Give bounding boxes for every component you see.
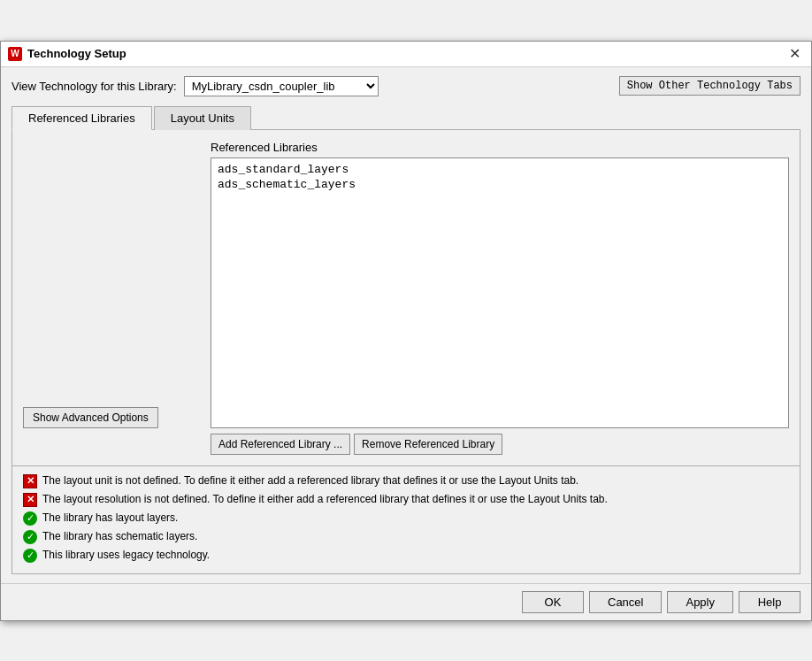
list-item[interactable]: ads_standard_layers bbox=[215, 162, 785, 177]
main-panel: Show Advanced Options Referenced Librari… bbox=[11, 130, 801, 466]
title-bar: W Technology Setup ✕ bbox=[1, 42, 811, 67]
status-item-4: ✓ The library has schematic layers. bbox=[23, 529, 789, 544]
ref-lib-listbox[interactable]: ads_standard_layers ads_schematic_layers bbox=[211, 158, 789, 428]
show-other-tabs-button[interactable]: Show Other Technology Tabs bbox=[619, 76, 801, 96]
ok-icon-5: ✓ bbox=[23, 549, 37, 563]
cancel-button[interactable]: Cancel bbox=[589, 591, 662, 613]
status-text-1: The layout unit is not defined. To defin… bbox=[42, 473, 578, 488]
status-item-1: ✕ The layout unit is not defined. To def… bbox=[23, 473, 789, 488]
ok-button[interactable]: OK bbox=[522, 591, 584, 613]
technology-setup-window: W Technology Setup ✕ View Technology for… bbox=[0, 41, 812, 621]
error-icon-2: ✕ bbox=[23, 493, 37, 507]
ref-lib-label: Referenced Libraries bbox=[211, 141, 789, 154]
status-text-2: The layout resolution is not defined. To… bbox=[42, 492, 608, 507]
ok-icon-3: ✓ bbox=[23, 511, 37, 526]
remove-referenced-library-button[interactable]: Remove Referenced Library bbox=[354, 434, 502, 455]
close-button[interactable]: ✕ bbox=[785, 47, 804, 61]
list-item[interactable]: ads_schematic_layers bbox=[215, 177, 785, 192]
status-text-5: This library uses legacy technology. bbox=[42, 548, 210, 563]
error-icon-1: ✕ bbox=[23, 474, 37, 488]
status-item-3: ✓ The library has layout layers. bbox=[23, 511, 789, 526]
show-advanced-options-button[interactable]: Show Advanced Options bbox=[23, 407, 158, 428]
status-text-3: The library has layout layers. bbox=[42, 511, 178, 526]
content-area: View Technology for this Library: MyLibr… bbox=[1, 67, 811, 583]
help-button[interactable]: Help bbox=[739, 591, 801, 613]
library-select[interactable]: MyLibrary_csdn_coupler_lib bbox=[184, 76, 379, 96]
left-panel: Show Advanced Options bbox=[23, 141, 200, 455]
title-bar-left: W Technology Setup bbox=[8, 47, 126, 61]
right-panel: Referenced Libraries ads_standard_layers… bbox=[211, 141, 789, 455]
apply-button[interactable]: Apply bbox=[667, 591, 733, 613]
tab-layout-units[interactable]: Layout Units bbox=[154, 106, 251, 130]
tab-bar: Referenced Libraries Layout Units bbox=[11, 105, 801, 130]
library-row: View Technology for this Library: MyLibr… bbox=[11, 76, 801, 96]
ok-icon-4: ✓ bbox=[23, 530, 37, 544]
status-item-5: ✓ This library uses legacy technology. bbox=[23, 548, 789, 563]
library-label: View Technology for this Library: bbox=[11, 80, 177, 93]
add-referenced-library-button[interactable]: Add Referenced Library ... bbox=[211, 434, 350, 455]
ref-lib-buttons: Add Referenced Library ... Remove Refere… bbox=[211, 434, 789, 455]
window-title: Technology Setup bbox=[27, 47, 126, 60]
status-area: ✕ The layout unit is not defined. To def… bbox=[11, 466, 801, 574]
status-item-2: ✕ The layout resolution is not defined. … bbox=[23, 492, 789, 507]
app-icon: W bbox=[8, 47, 22, 61]
footer-buttons: OK Cancel Apply Help bbox=[1, 583, 811, 620]
tab-referenced-libraries[interactable]: Referenced Libraries bbox=[11, 106, 152, 130]
status-text-4: The library has schematic layers. bbox=[42, 529, 197, 544]
